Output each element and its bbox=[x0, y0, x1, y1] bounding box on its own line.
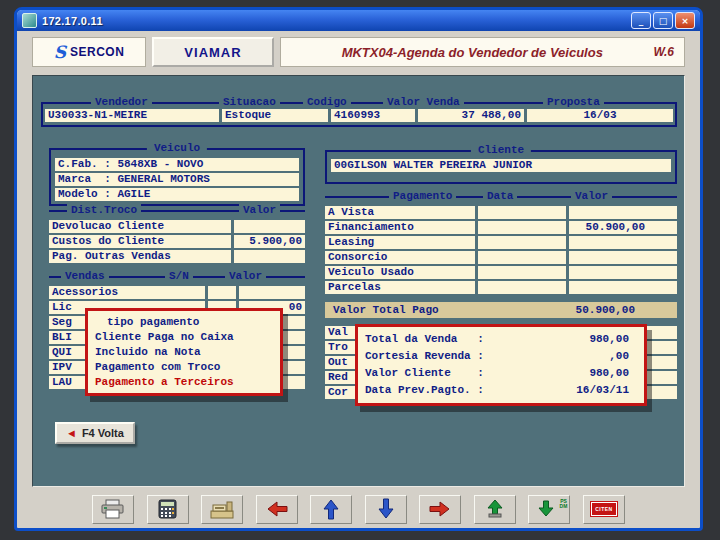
marca-value: GENERAL MOTORS bbox=[117, 173, 209, 185]
scroll-up-button[interactable] bbox=[310, 495, 352, 524]
menu-item-pagamento-a-terceiros[interactable]: Pagamento a Terceiros bbox=[95, 375, 273, 390]
codigo-label: Codigo bbox=[303, 96, 351, 109]
data-prev-pagto-value: 16/03/11 bbox=[576, 382, 637, 399]
menu-item-cliente-paga-no-caixa[interactable]: Cliente Paga no Caixa bbox=[95, 330, 273, 345]
pagamento-row-valor[interactable] bbox=[569, 266, 677, 279]
devolucao-cliente-label: Devolucao Cliente bbox=[49, 220, 231, 233]
modelo-value: AGILE bbox=[117, 188, 150, 200]
proposta-label: Proposta bbox=[543, 96, 604, 109]
custos-cliente-label: Custos do Cliente bbox=[49, 235, 231, 248]
import-down-button[interactable]: PS DM bbox=[528, 495, 570, 524]
table-row: Consorcio bbox=[325, 251, 677, 264]
menu-item-pagamento-com-troco[interactable]: Pagamento com Troco bbox=[95, 360, 273, 375]
pag-outras-vendas-value[interactable] bbox=[234, 250, 305, 263]
pagamento-row-data[interactable] bbox=[478, 266, 566, 279]
vendas-row-sn[interactable] bbox=[208, 286, 236, 299]
modelo-field[interactable]: Modelo : AGILE bbox=[55, 188, 299, 201]
main-screen: Vendedor Situacao Codigo Valor Venda Pro… bbox=[32, 75, 685, 487]
pagamento-row-valor[interactable] bbox=[569, 281, 677, 294]
window-title: 172.17.0.11 bbox=[42, 15, 626, 27]
cliente-field[interactable]: 00GILSON WALTER PEREIRA JUNIOR bbox=[331, 159, 671, 172]
pag-outras-vendas-label: Pag. Outras Vendas bbox=[49, 250, 231, 263]
close-button[interactable]: × bbox=[675, 12, 695, 29]
app-header: S SERCON VIAMAR MKTX04-Agenda do Vendedo… bbox=[32, 37, 685, 67]
vendedor-label: Vendedor bbox=[91, 96, 152, 109]
table-row: Data Prev.Pagto. :16/03/11 bbox=[365, 382, 637, 399]
version-label: W.6 bbox=[654, 45, 674, 59]
window-controls: _ □ × bbox=[631, 12, 695, 29]
next-record-button[interactable] bbox=[419, 495, 461, 524]
sercon-logo-text: SERCON bbox=[70, 45, 124, 59]
codigo-field[interactable]: 4160993 bbox=[331, 109, 415, 122]
maximize-button[interactable]: □ bbox=[653, 12, 673, 29]
pagamento-row-label: Consorcio bbox=[325, 251, 475, 264]
table-row: Pag. Outras Vendas bbox=[49, 250, 305, 263]
pagamento-row-data[interactable] bbox=[478, 251, 566, 264]
vendedor-field[interactable]: U30033-N1-MEIRE bbox=[45, 109, 219, 122]
valor-venda-field[interactable]: 37 488,00 bbox=[418, 109, 524, 122]
arrow-down-green-icon bbox=[536, 499, 562, 519]
pagamento-row-data[interactable] bbox=[478, 281, 566, 294]
custos-cliente-value[interactable]: 5.900,00 bbox=[234, 235, 305, 248]
pagamento-row-label: A Vista bbox=[325, 206, 475, 219]
ps-dm-label: PS DM bbox=[560, 499, 568, 509]
toolbar: PS DM CITEN bbox=[32, 494, 685, 524]
exit-icon: CITEN bbox=[591, 502, 617, 516]
pagamento-row-valor[interactable]: 50.900,00 bbox=[569, 221, 677, 234]
arrow-up-icon bbox=[321, 497, 341, 521]
marca-field[interactable]: Marca : GENERAL MOTORS bbox=[55, 173, 299, 186]
menu-item-incluido-na-nota[interactable]: Incluido na Nota bbox=[95, 345, 273, 360]
situacao-field[interactable]: Estoque bbox=[222, 109, 328, 122]
arrow-right-icon bbox=[428, 499, 452, 519]
prev-record-button[interactable] bbox=[256, 495, 298, 524]
cash-register-icon bbox=[209, 499, 235, 519]
scroll-down-button[interactable] bbox=[365, 495, 407, 524]
situacao-label: Situacao bbox=[219, 96, 280, 109]
cfab-value: 5848XB - NOVO bbox=[117, 158, 203, 170]
pagamento-row-data[interactable] bbox=[478, 236, 566, 249]
minimize-button[interactable]: _ bbox=[631, 12, 651, 29]
export-up-button[interactable] bbox=[474, 495, 516, 524]
screen-title-bar: MKTX04-Agenda do Vendedor de Veiculos W.… bbox=[280, 37, 685, 67]
pagamento-row-label: Parcelas bbox=[325, 281, 475, 294]
table-row: Devolucao Cliente bbox=[49, 220, 305, 233]
dist-troco-title: Dist.Troco bbox=[67, 204, 141, 217]
cash-register-button[interactable] bbox=[201, 495, 243, 524]
table-row: Total da Venda :980,00 bbox=[365, 331, 637, 348]
pagamento-row-data[interactable] bbox=[478, 221, 566, 234]
app-window: 172.17.0.11 _ □ × S SERCON VIAMAR MKTX04… bbox=[14, 7, 703, 531]
arrow-up-green-icon bbox=[484, 499, 506, 519]
printer-icon bbox=[100, 499, 126, 519]
cfab-field[interactable]: C.Fab. : 5848XB - NOVO bbox=[55, 158, 299, 171]
vendas-row-value[interactable] bbox=[239, 286, 305, 299]
page-title: MKTX04-Agenda do Vendedor de Veiculos bbox=[291, 45, 654, 60]
dealer-tab[interactable]: VIAMAR bbox=[152, 37, 274, 67]
valor-cliente-label: Valor Cliente : bbox=[365, 365, 484, 382]
print-button[interactable] bbox=[92, 495, 134, 524]
pagamento-row-label: Veiculo Usado bbox=[325, 266, 475, 279]
f4-volta-button[interactable]: ◄ F4 Volta bbox=[55, 422, 135, 444]
cortesia-revenda-value: ,00 bbox=[609, 348, 637, 365]
valor-venda-label: Valor Venda bbox=[383, 96, 464, 109]
pagamento-data-col: Data bbox=[483, 190, 517, 203]
pagamento-row-valor[interactable] bbox=[569, 206, 677, 219]
vendas-valor-col: Valor bbox=[225, 270, 266, 283]
pagamento-row-valor[interactable] bbox=[569, 251, 677, 264]
pagamento-row-data[interactable] bbox=[478, 206, 566, 219]
valor-total-pago-row: Valor Total Pago 50.900,00 bbox=[325, 302, 677, 318]
proposta-field[interactable]: 16/03 bbox=[527, 109, 673, 122]
veiculo-group: Veiculo C.Fab. : 5848XB - NOVO Marca : G… bbox=[49, 148, 305, 206]
vendas-sn-col: S/N bbox=[165, 270, 193, 283]
devolucao-cliente-value[interactable] bbox=[234, 220, 305, 233]
pagamento-row-valor[interactable] bbox=[569, 236, 677, 249]
marca-label: Marca : bbox=[58, 173, 111, 185]
top-fields-group: Vendedor Situacao Codigo Valor Venda Pro… bbox=[41, 102, 677, 127]
calculator-button[interactable] bbox=[147, 495, 189, 524]
titlebar[interactable]: 172.17.0.11 _ □ × bbox=[17, 10, 700, 31]
table-row: Parcelas bbox=[325, 281, 677, 294]
cliente-group: Cliente 00GILSON WALTER PEREIRA JUNIOR bbox=[325, 150, 677, 184]
calculator-icon bbox=[158, 499, 178, 519]
sercon-logo-icon: S bbox=[54, 42, 66, 62]
exit-button[interactable]: CITEN bbox=[583, 495, 625, 524]
valor-cliente-value: 980,00 bbox=[589, 365, 637, 382]
